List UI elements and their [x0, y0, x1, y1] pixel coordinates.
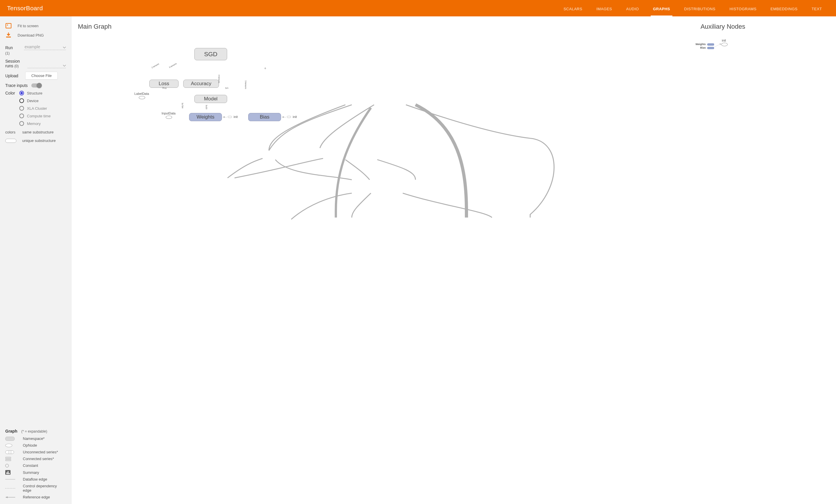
weights-init-label: init	[233, 115, 238, 118]
edge-label-4tensors: 4 tensors	[218, 75, 220, 83]
legend-constant-label: Constant	[23, 463, 66, 468]
choose-file-button[interactable]: Choose File	[25, 72, 58, 80]
node-labeldata[interactable]	[139, 96, 145, 99]
tab-audio[interactable]: AUDIO	[626, 0, 639, 16]
download-png-label: Download PNG	[18, 33, 44, 37]
legend-reference-label: Reference edge	[23, 495, 66, 499]
svg-rect-0	[6, 23, 11, 28]
bias-init-label: init	[293, 115, 297, 118]
tab-images[interactable]: IMAGES	[596, 0, 612, 16]
sidebar: Fit to screen Download PNG Run example	[0, 16, 72, 504]
run-count: (1)	[5, 51, 10, 55]
tab-distributions[interactable]: DISTRIBUTIONS	[684, 0, 716, 16]
arrow-icon	[223, 116, 225, 118]
legend-controldep-label: Control dependency edge	[23, 484, 66, 492]
app-header: TensorBoard SCALARS IMAGES AUDIO GRAPHS …	[0, 0, 836, 16]
colors-word: colors	[5, 130, 19, 134]
node-bias[interactable]: Bias	[248, 113, 281, 121]
node-accuracy[interactable]: Accuracy	[183, 80, 219, 88]
download-icon	[5, 33, 12, 38]
aux-bias-label: Bias	[700, 46, 706, 49]
bias-init-series	[287, 116, 291, 118]
aux-nodes-title: Auxiliary Nodes	[701, 23, 745, 31]
legend-opnode-icon	[5, 444, 19, 447]
edge-label-5tensors: 5 tensors	[169, 62, 177, 68]
color-option-compute[interactable]: Compute time	[19, 114, 51, 118]
main-graph-title: Main Graph	[78, 23, 112, 31]
legend-unconnected-label: Unconnected series*	[23, 450, 66, 454]
unique-substructure-shape	[5, 139, 16, 143]
aux-weights-label: Weights	[696, 43, 706, 46]
svg-rect-2	[6, 37, 11, 37]
graph-legend: Graph (* = expandable) Namespace* OpNode…	[0, 425, 71, 504]
aux-bias-series[interactable]	[707, 47, 714, 49]
legend-reference-icon	[5, 496, 19, 499]
tab-histograms[interactable]: HISTOGRAMS	[729, 0, 756, 16]
tab-embeddings[interactable]: EMBEDDINGS	[771, 0, 797, 16]
node-sgd[interactable]: SGD	[194, 48, 227, 60]
graph-edges	[72, 16, 836, 504]
svg-marker-4	[5, 497, 7, 498]
same-substructure-label: same substructure	[22, 130, 66, 134]
download-png-button[interactable]: Download PNG	[5, 31, 66, 40]
session-runs-label: Session runs (0)	[5, 59, 24, 68]
node-weights[interactable]: Weights	[189, 113, 222, 121]
fit-to-screen-label: Fit to screen	[18, 24, 39, 28]
run-select[interactable]: example	[24, 44, 66, 50]
edge-label-3x10b: 3x10	[206, 105, 208, 109]
node-inputdata[interactable]	[166, 116, 172, 119]
tabs: SCALARS IMAGES AUDIO GRAPHS DISTRIBUTION…	[564, 0, 829, 16]
trace-inputs-label: Trace inputs	[5, 83, 28, 88]
edge-label-3x784: 3x784	[182, 103, 184, 108]
aux-edge	[715, 43, 722, 48]
tab-scalars[interactable]: SCALARS	[564, 0, 582, 16]
legend-opnode-label: OpNode	[23, 443, 66, 447]
legend-namespace-label: Namespace*	[23, 437, 66, 441]
svg-marker-5	[223, 116, 225, 118]
svg-marker-6	[282, 116, 284, 118]
legend-constant-icon	[5, 464, 19, 467]
node-inputdata-label: InputData	[162, 112, 176, 115]
fit-screen-icon	[5, 23, 12, 28]
color-option-structure[interactable]: Structure	[19, 91, 51, 95]
node-labeldata-label: LabelData	[134, 92, 149, 95]
chevron-down-icon	[63, 45, 66, 49]
legend-summary-icon	[5, 470, 19, 475]
svg-rect-1	[7, 24, 8, 25]
fit-to-screen-button[interactable]: Fit to screen	[5, 21, 66, 31]
legend-namespace-icon	[5, 437, 19, 441]
svg-marker-7	[720, 43, 721, 45]
color-radio-group: Structure Device XLA Cluster Compute tim…	[19, 91, 51, 126]
edge-label-zero: 0	[265, 67, 266, 70]
brand-title: TensorBoard	[7, 5, 43, 12]
aux-init-label: init	[722, 39, 726, 42]
node-model[interactable]: Model	[194, 95, 227, 103]
color-option-xla[interactable]: XLA Cluster	[19, 106, 51, 111]
color-option-device[interactable]: Device	[19, 98, 51, 103]
color-option-memory[interactable]: Memory	[19, 121, 51, 126]
tab-text[interactable]: TEXT	[812, 0, 822, 16]
edge-label-3tensors: 3 tensors	[245, 80, 247, 89]
edge-label-3x1: 3x1	[225, 86, 229, 89]
chevron-down-icon	[63, 63, 66, 67]
graph-canvas[interactable]: Main Graph Auxiliary Nodes	[72, 16, 836, 504]
upload-label: Upload	[5, 74, 22, 78]
run-label: Run	[5, 45, 20, 50]
aux-weights-series[interactable]	[707, 43, 714, 46]
arrow-icon	[282, 116, 285, 118]
legend-dataflow-label: Dataflow edge	[23, 477, 66, 482]
legend-summary-label: Summary	[23, 470, 66, 475]
legend-connected-icon	[5, 457, 19, 461]
weights-init-series	[228, 116, 232, 118]
trace-inputs-toggle[interactable]	[31, 83, 41, 88]
color-label: Color	[5, 91, 17, 95]
legend-hint: (* = expandable)	[21, 429, 47, 433]
legend-controldep-icon	[5, 488, 19, 488]
legend-unconnected-icon	[5, 450, 19, 454]
legend-title: Graph	[5, 429, 17, 433]
tab-graphs[interactable]: GRAPHS	[653, 0, 670, 16]
session-runs-select[interactable]	[27, 62, 66, 68]
edge-label-3x10a: 3x10	[162, 86, 167, 90]
legend-dataflow-icon	[5, 479, 19, 480]
unique-substructure-label: unique substructure	[22, 138, 66, 143]
